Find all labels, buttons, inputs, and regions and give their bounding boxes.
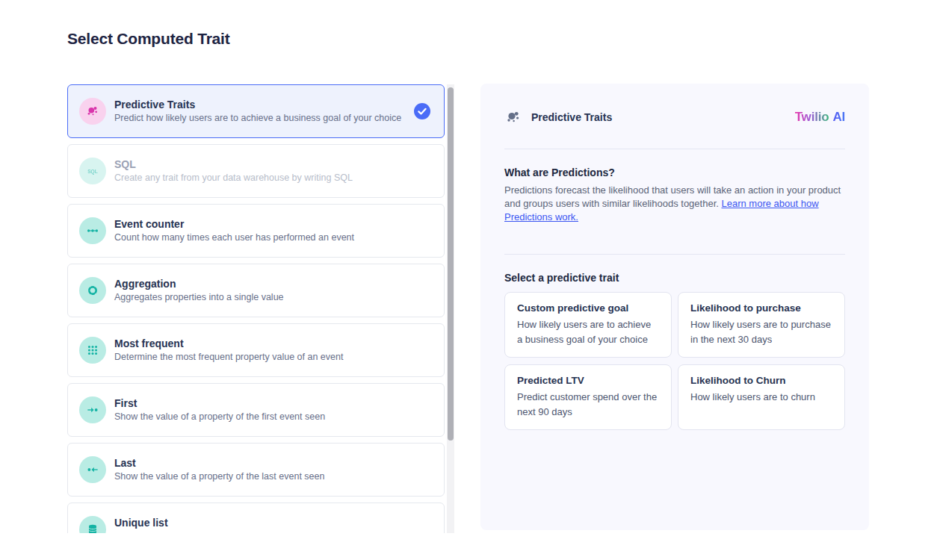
trait-list-scrollbar[interactable] — [447, 84, 454, 533]
most-frequent-icon — [79, 337, 106, 364]
select-computed-trait-page: Select Computed Trait Predictive TraitsP… — [0, 0, 940, 560]
detail-panel-header: Predictive Traits TwilioAI — [504, 84, 845, 126]
page-title: Select Computed Trait — [67, 30, 230, 48]
trait-option-title: First — [114, 397, 325, 409]
twilio-ai-logo: TwilioAI — [795, 110, 845, 125]
predictive-trait-card-likelihood-to-churn[interactable]: Likelihood to ChurnHow likely users are … — [678, 364, 845, 430]
select-predictive-trait-heading: Select a predictive trait — [504, 272, 845, 284]
predictive-trait-card-likelihood-to-purchase[interactable]: Likelihood to purchaseHow likely users a… — [678, 292, 845, 358]
predictive-traits-icon — [504, 108, 522, 126]
ai-wordmark: AI — [832, 110, 845, 124]
detail-panel-title: Predictive Traits — [531, 111, 612, 123]
aggregation-icon — [79, 277, 106, 304]
trait-option-sql[interactable]: SQLSQLCreate any trait from your data wa… — [67, 144, 445, 198]
trait-option-predictive-traits[interactable]: Predictive TraitsPredict how likely user… — [67, 84, 445, 138]
sql-icon: SQL — [79, 158, 106, 184]
predictive-traits-icon — [79, 98, 106, 125]
about-predictions-text: Predictions forecast the likelihood that… — [504, 184, 845, 224]
card-description: Predict customer spend over the next 90 … — [517, 390, 659, 420]
trait-list: Predictive TraitsPredict how likely user… — [67, 84, 445, 533]
predictive-trait-cards: Custom predictive goalHow likely users a… — [504, 292, 845, 430]
card-description: How likely users are to purchase in the … — [690, 317, 832, 347]
trait-option-unique-list[interactable]: Unique list — [67, 503, 445, 533]
trait-option-event-counter[interactable]: Event counterCount how many times each u… — [67, 204, 445, 258]
card-title: Likelihood to purchase — [690, 302, 832, 314]
predictive-trait-card-predicted-ltv[interactable]: Predicted LTVPredict customer spend over… — [504, 364, 672, 430]
section-divider — [504, 254, 845, 255]
trait-option-description: Count how many times each user has perfo… — [114, 232, 354, 244]
trait-option-last[interactable]: LastShow the value of a property of the … — [67, 443, 445, 497]
trait-option-description: Show the value of a property of the last… — [114, 471, 324, 483]
header-divider — [504, 149, 845, 149]
trait-option-aggregation[interactable]: AggregationAggregates properties into a … — [67, 264, 445, 317]
card-title: Predicted LTV — [517, 375, 659, 386]
trait-option-title: Event counter — [114, 218, 354, 230]
trait-option-title: SQL — [114, 158, 353, 170]
trait-option-title: Aggregation — [114, 278, 284, 290]
trait-option-title: Most frequent — [114, 337, 343, 349]
trait-option-description — [114, 531, 168, 534]
card-description: How likely users are to achieve a busine… — [517, 317, 659, 347]
unique-list-icon — [79, 516, 106, 533]
scrollbar-thumb[interactable] — [448, 87, 454, 441]
card-title: Likelihood to Churn — [690, 375, 832, 386]
predictive-traits-detail-panel: Predictive Traits TwilioAI What are Pred… — [480, 84, 869, 530]
about-predictions-heading: What are Predictions? — [504, 167, 845, 178]
trait-option-description: Create any trait from your data warehous… — [114, 172, 353, 184]
trait-option-first[interactable]: FirstShow the value of a property of the… — [67, 383, 445, 437]
last-icon — [79, 456, 106, 483]
card-title: Custom predictive goal — [517, 302, 659, 314]
trait-option-title: Unique list — [114, 517, 168, 529]
trait-option-title: Last — [114, 457, 324, 469]
selected-check-icon — [414, 103, 430, 119]
predictive-trait-card-custom-predictive-goal[interactable]: Custom predictive goalHow likely users a… — [504, 292, 672, 358]
trait-option-description: Show the value of a property of the firs… — [114, 411, 325, 423]
event-counter-icon — [79, 217, 106, 244]
trait-option-title: Predictive Traits — [114, 99, 401, 111]
trait-option-most-frequent[interactable]: Most frequentDetermine the most frequent… — [67, 323, 445, 377]
trait-option-description: Predict how likely users are to achieve … — [114, 113, 401, 125]
svg-text:SQL: SQL — [87, 169, 98, 175]
card-description: How likely users are to churn — [690, 390, 832, 405]
twilio-wordmark: Twilio — [795, 110, 829, 124]
trait-option-description: Aggregates properties into a single valu… — [114, 292, 284, 304]
first-icon — [79, 396, 106, 423]
trait-option-description: Determine the most frequent property val… — [114, 352, 343, 364]
